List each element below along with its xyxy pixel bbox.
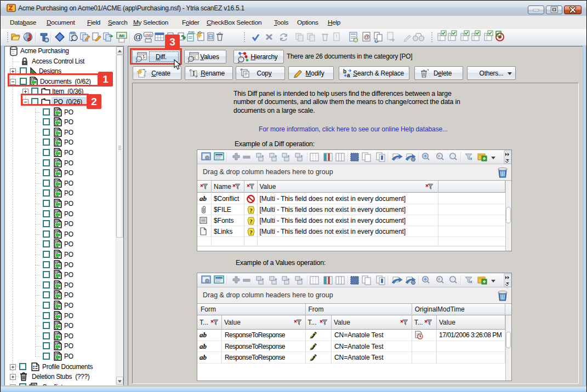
svg-text:!: ! (336, 34, 338, 40)
svg-text:UNID: UNID (145, 33, 152, 37)
svg-text:IMI: IMI (119, 34, 124, 38)
svg-text:@: @ (133, 32, 143, 42)
svg-text:?: ? (249, 218, 252, 224)
svg-text:?: ? (249, 207, 252, 214)
svg-text:?: ? (249, 229, 252, 235)
svg-text:@: @ (363, 33, 369, 40)
svg-text:DXL: DXL (189, 31, 196, 34)
